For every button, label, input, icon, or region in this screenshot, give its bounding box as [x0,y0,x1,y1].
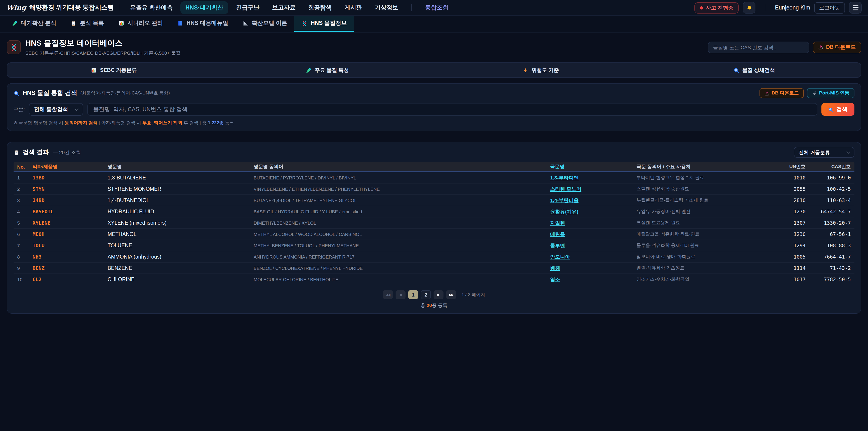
tab-label: HNS 대응매뉴얼 [186,20,228,27]
cell-un-number: 1010 [773,175,809,181]
table-row[interactable]: 8NH3AMMONIA (anhydrous)ANHYDROUS AMMONIA… [13,251,855,263]
first-page-button[interactable]: ◀◀ [383,290,393,299]
category-label: 주요 물질 특성 [315,67,349,73]
substance-kor-link[interactable]: 톨루엔 [547,242,633,249]
cell-cas-number: 71-43-2 [809,265,855,271]
db-download-button[interactable]: DB 다운로드 [813,41,861,53]
chevron-down-icon [75,107,79,111]
cell-cas-number: 108-88-3 [809,243,855,248]
nav-item-aerial-search[interactable]: 항공탐색 [303,1,337,14]
cell-no: 3 [13,197,29,203]
nav-item-reports[interactable]: 보고자료 [267,1,301,14]
page-button-2[interactable]: 2 [421,290,431,299]
cell-no: 6 [13,232,29,237]
tab-scenario-management[interactable]: 시나리오 관리 [111,16,170,32]
download-icon [765,91,770,96]
cell-no: 2 [13,186,29,192]
cell-kor-syn: 유압유·가동장비·선박 엔진 [633,208,773,215]
bell-icon [746,5,752,11]
cell-eng-syn: BUTANE-1,4-DIOL / TETRAMETHYLENE GLYCOL [250,198,547,203]
table-row[interactable]: 4BASEOILHYDRAULIC FLUIDBASE OIL / HYDRAU… [13,206,855,217]
table-row[interactable]: 113BD1,3-BUTADIENEBUTADIENE / PYRROYLENE… [13,172,855,184]
portmis-link-button[interactable]: Port-MIS 연동 [807,88,855,98]
cell-no: 8 [13,254,29,259]
search-icon [828,107,833,112]
quick-search-input[interactable] [708,41,809,53]
search-button[interactable]: 검색 [822,103,855,116]
chart-icon [119,20,124,26]
cell-kor-syn: 스틸렌·석유화학 중합원료 [633,186,773,192]
cell-eng-name: CHLORINE [104,277,250,282]
bolt-icon [522,67,528,73]
cell-un-number: 1307 [773,220,809,226]
search-icon [733,67,739,73]
cell-eng-syn: ANHYDROUS AMMONIA / REFRIGERANT R-717 [250,254,547,259]
cell-eng-syn: VINYLBENZENE / ETHENYLBENZENE / PHENYLET… [250,186,547,191]
col-cas: CAS번호 [809,163,855,170]
table-row[interactable]: 9BENZBENZENEBENZOL / CYCLOHEXATRIENE / P… [13,263,855,274]
substance-kor-link[interactable]: 스티렌 모노머 [547,186,633,192]
table-row[interactable]: 7TOLUTOLUENEMETHYLBENZENE / TOLUOL / PHE… [13,240,855,251]
substance-kor-link[interactable]: 윤활유(기유) [547,208,633,215]
nav-item-integrated-lookup[interactable]: 통합조회 [420,1,454,14]
tab-hns-substance-info[interactable]: HNS 물질정보 [294,16,354,32]
db-download-button-small[interactable]: DB 다운로드 [760,88,804,98]
download-icon [818,45,823,50]
cell-no: 10 [13,277,29,282]
next-page-button[interactable]: ▶ [434,290,443,299]
page-button-1[interactable]: 1 [408,290,418,299]
table-row[interactable]: 5XYLENEXYLENE (mixed isomers)DIMETHYLBEN… [13,217,855,229]
category-tab-substance-detail-search[interactable]: 물질 상세검색 [647,63,861,77]
table-row[interactable]: 6MEOHMETHANOLMETHYL ALCOHOL / WOOD ALCOH… [13,229,855,240]
category-tab-sebc-classification[interactable]: SEBC 거동분류 [7,63,221,77]
cell-cas-number: 1330-20-7 [809,220,855,226]
link-icon [812,91,817,96]
logout-button[interactable]: 로그아웃 [814,2,845,13]
category-tab-risk-criteria[interactable]: 위험도 기준 [434,63,647,77]
behavior-filter-select[interactable]: 전체 거동분류 [794,147,855,158]
table-row[interactable]: 2STYNSTYRENE MONOMERVINYLBENZENE / ETHEN… [13,184,855,195]
cell-kor-syn: 메틸알코올·석유화학 원료·연료 [633,231,773,237]
main-nav: 유출유 확산예측HNS·대기확산긴급구난보고자료항공탐색게시판기상정보통합조회 [125,1,454,14]
cell-cas-number: 64742-54-7 [809,209,855,214]
substance-kor-link[interactable]: 메탄올 [547,231,633,238]
tab-dispersion-model-theory[interactable]: 확산모델 이론 [236,16,294,32]
search-icon [13,90,20,96]
incident-status-badge[interactable]: 사고 진행중 [694,2,739,13]
col-eng-syn: 영문명 동의어 [250,163,547,170]
nav-item-emergency-rescue[interactable]: 긴급구난 [231,1,265,14]
nav-item-hns-air-dispersion[interactable]: HNS·대기확산 [180,1,228,14]
cell-cas-number: 7782-50-5 [809,276,855,282]
cell-eng-name: STYRENE MONOMER [104,186,250,192]
nav-item-weather-info[interactable]: 기상정보 [370,1,403,14]
tab-hns-response-manual[interactable]: HNS 대응매뉴얼 [170,16,236,32]
tab-air-dispersion-analysis[interactable]: 대기확산 분석 [4,16,64,32]
substance-kor-link[interactable]: 자일렌 [547,219,633,226]
substance-kor-link[interactable]: 염소 [547,276,633,283]
table-row[interactable]: 314BD1,4-BUTANEDIOLBUTANE-1,4-DIOL / TET… [13,195,855,206]
search-type-select[interactable]: 전체 통합검색 [29,103,83,116]
substance-kor-link[interactable]: 벤젠 [547,265,633,271]
cell-eng-name: AMMONIA (anhydrous) [104,254,250,259]
menu-button[interactable] [849,2,862,13]
prev-page-button[interactable]: ◀ [396,290,405,299]
notifications-button[interactable] [743,2,755,13]
col-eng: 영문명 [104,163,250,170]
substance-kor-link[interactable]: 1,3-부타디엔 [547,174,633,181]
nav-item-oil-spill-prediction[interactable]: 유출유 확산예측 [125,1,178,14]
nav-item-board[interactable]: 게시판 [340,1,367,14]
table-row[interactable]: 10CL2CHLORINEMOLECULAR CHLORINE / BERTHO… [13,274,855,285]
substance-kor-link[interactable]: 1,4-부탄디올 [547,197,633,204]
clipboard-icon [13,149,20,155]
cell-un-number: 1270 [773,209,809,214]
unified-search-input[interactable] [87,103,817,116]
tab-analysis-list[interactable]: 분석 목록 [64,16,111,32]
cell-abbr: MEOH [29,231,104,237]
app-logo[interactable]: Wing 해양환경 위기대응 통합시스템 [6,4,114,12]
search-card-title: HNS 물질 통합 검색 [23,89,77,97]
last-page-button[interactable]: ▶▶ [446,290,456,299]
category-tab-key-substance-properties[interactable]: 주요 물질 특성 [221,63,434,77]
substance-kor-link[interactable]: 암모니아 [547,253,633,260]
hamburger-icon [852,5,858,6]
table-header: No. 약자/제품명 영문명 영문명 동의어 국문명 국문 동의어 / 주요 사… [13,162,855,172]
